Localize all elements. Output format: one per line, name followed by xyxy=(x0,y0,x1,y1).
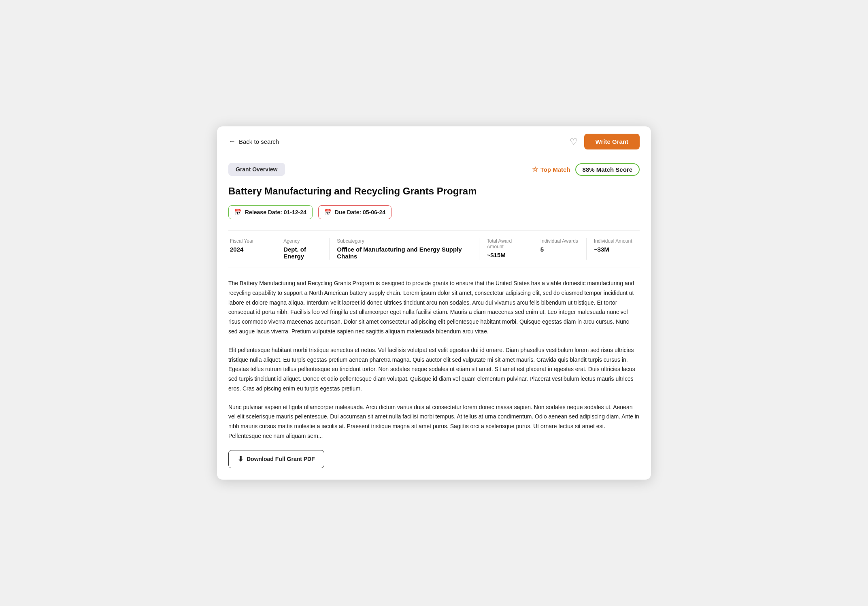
match-score-badge: 88% Match Score xyxy=(575,163,640,176)
back-arrow-icon: ← xyxy=(228,137,236,146)
write-grant-button[interactable]: Write Grant xyxy=(584,134,640,149)
individual-amount-cell: Individual Amount ~$3M xyxy=(587,238,640,260)
back-label: Back to search xyxy=(239,138,279,145)
individual-amount-label: Individual Amount xyxy=(594,238,632,244)
individual-awards-value: 5 xyxy=(540,246,579,253)
due-date-badge: 📅 Due Date: 05-06-24 xyxy=(318,205,391,219)
fiscal-year-cell: Fiscal Year 2024 xyxy=(228,238,276,260)
tab-bar: Grant Overview ☆ Top Match 88% Match Sco… xyxy=(217,157,651,176)
calendar-icon-release: 📅 xyxy=(234,209,242,216)
agency-cell: Agency Dept. of Energy xyxy=(276,238,330,260)
due-date-text: Due Date: 05-06-24 xyxy=(335,209,385,216)
main-content: Battery Manufacturing and Recycling Gran… xyxy=(217,176,651,480)
main-window: ← Back to search ♡ Write Grant Grant Ove… xyxy=(217,126,651,480)
individual-awards-label: Individual Awards xyxy=(540,238,579,244)
heart-icon: ♡ xyxy=(570,137,578,147)
total-award-value: ~$15M xyxy=(487,252,525,258)
subcategory-label: Subcategory xyxy=(337,238,472,244)
subcategory-cell: Subcategory Office of Manufacturing and … xyxy=(330,238,479,260)
top-match-area: ☆ Top Match 88% Match Score xyxy=(532,163,640,176)
subcategory-value: Office of Manufacturing and Energy Suppl… xyxy=(337,246,472,260)
grant-title: Battery Manufacturing and Recycling Gran… xyxy=(228,186,640,197)
star-icon: ☆ xyxy=(532,165,538,174)
total-award-cell: Total Award Amount ~$15M xyxy=(479,238,533,260)
paragraph-1: The Battery Manufacturing and Recycling … xyxy=(228,279,640,337)
tab-grant-overview[interactable]: Grant Overview xyxy=(228,163,285,176)
header-right: ♡ Write Grant xyxy=(570,134,640,149)
individual-amount-value: ~$3M xyxy=(594,246,632,253)
header: ← Back to search ♡ Write Grant xyxy=(217,126,651,157)
top-match-text: Top Match xyxy=(540,166,570,173)
agency-value: Dept. of Energy xyxy=(283,246,322,260)
top-match-label: ☆ Top Match xyxy=(532,165,570,174)
individual-awards-cell: Individual Awards 5 xyxy=(533,238,587,260)
back-button[interactable]: ← Back to search xyxy=(228,137,279,146)
fiscal-year-value: 2024 xyxy=(230,246,268,253)
download-icon: ⬇ xyxy=(238,455,243,463)
paragraph-3: Nunc pulvinar sapien et ligula ullamcorp… xyxy=(228,403,640,441)
release-date-badge: 📅 Release Date: 01-12-24 xyxy=(228,205,313,219)
fiscal-year-label: Fiscal Year xyxy=(230,238,268,244)
dates-row: 📅 Release Date: 01-12-24 📅 Due Date: 05-… xyxy=(228,205,640,219)
info-grid: Fiscal Year 2024 Agency Dept. of Energy … xyxy=(228,230,640,267)
download-label: Download Full Grant PDF xyxy=(247,456,315,462)
calendar-icon-due: 📅 xyxy=(324,209,332,216)
total-award-label: Total Award Amount xyxy=(487,238,525,250)
agency-label: Agency xyxy=(283,238,322,244)
paragraph-2: Elit pellentesque habitant morbi tristiq… xyxy=(228,346,640,394)
download-pdf-button[interactable]: ⬇ Download Full Grant PDF xyxy=(228,450,324,468)
release-date-text: Release Date: 01-12-24 xyxy=(245,209,306,216)
favorite-button[interactable]: ♡ xyxy=(570,137,578,147)
